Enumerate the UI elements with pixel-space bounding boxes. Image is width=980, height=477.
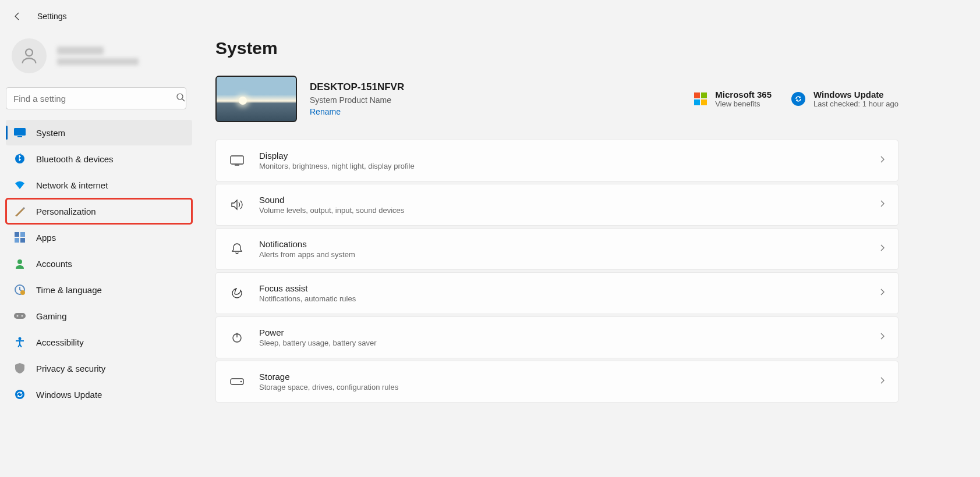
sidebar-item-label: Network & internet bbox=[36, 180, 108, 190]
user-account-block[interactable] bbox=[6, 33, 192, 87]
sidebar-item-personalization[interactable]: Personalization bbox=[6, 198, 192, 224]
ms365-sub: View benefits bbox=[715, 99, 772, 108]
ms365-title: Microsoft 365 bbox=[715, 90, 772, 99]
sidebar-item-accounts[interactable]: Accounts bbox=[6, 251, 192, 276]
personalization-icon bbox=[14, 205, 26, 217]
device-name: DESKTOP-151NFVR bbox=[310, 81, 404, 93]
setting-display[interactable]: Display Monitors, brightness, night ligh… bbox=[215, 140, 898, 181]
sidebar-item-label: Accounts bbox=[36, 259, 72, 269]
search-input[interactable] bbox=[6, 87, 186, 109]
sidebar-item-gaming[interactable]: Gaming bbox=[6, 303, 192, 329]
setting-desc: Sleep, battery usage, battery saver bbox=[259, 339, 879, 347]
winupdate-title: Windows Update bbox=[813, 90, 898, 99]
network-icon bbox=[14, 179, 26, 191]
windows-update-round-icon bbox=[791, 92, 805, 106]
sidebar-item-label: Time & language bbox=[36, 285, 102, 295]
privacy-icon bbox=[14, 362, 26, 374]
sidebar-item-label: Windows Update bbox=[36, 390, 102, 400]
microsoft-365-block[interactable]: Microsoft 365 View benefits bbox=[694, 90, 772, 108]
power-icon bbox=[229, 332, 245, 343]
setting-focus-assist[interactable]: Focus assist Notifications, automatic ru… bbox=[215, 272, 898, 314]
sidebar: System Bluetooth & devices Network & int… bbox=[0, 33, 198, 407]
winupdate-sub: Last checked: 1 hour ago bbox=[813, 99, 898, 108]
apps-icon bbox=[14, 232, 26, 243]
svg-point-15 bbox=[22, 315, 23, 317]
settings-list: Display Monitors, brightness, night ligh… bbox=[215, 140, 898, 403]
device-product-name: System Product Name bbox=[310, 95, 404, 105]
setting-desc: Volume levels, output, input, sound devi… bbox=[259, 206, 879, 215]
chevron-right-icon bbox=[879, 244, 885, 254]
setting-desc: Notifications, automatic rules bbox=[259, 294, 879, 303]
avatar bbox=[12, 38, 47, 73]
sound-icon bbox=[229, 199, 245, 211]
setting-power[interactable]: Power Sleep, battery usage, battery save… bbox=[215, 316, 898, 358]
setting-title: Sound bbox=[259, 195, 879, 205]
app-title: Settings bbox=[37, 12, 67, 21]
sidebar-item-label: Accessibility bbox=[36, 337, 84, 347]
sidebar-item-windows-update[interactable]: Windows Update bbox=[6, 382, 192, 407]
user-email-redacted bbox=[57, 58, 139, 65]
app-header: Settings bbox=[0, 0, 980, 33]
sidebar-item-bluetooth[interactable]: Bluetooth & devices bbox=[6, 146, 192, 172]
svg-rect-9 bbox=[20, 238, 25, 243]
storage-icon bbox=[229, 378, 245, 385]
bluetooth-icon bbox=[14, 153, 26, 165]
svg-rect-6 bbox=[15, 232, 19, 237]
sidebar-item-label: Apps bbox=[36, 233, 56, 243]
setting-title: Display bbox=[259, 151, 879, 161]
setting-storage[interactable]: Storage Storage space, drives, configura… bbox=[215, 361, 898, 403]
svg-point-23 bbox=[240, 381, 242, 382]
sidebar-item-label: Gaming bbox=[36, 311, 67, 321]
sidebar-item-privacy[interactable]: Privacy & security bbox=[6, 355, 192, 381]
svg-point-1 bbox=[177, 94, 183, 99]
setting-title: Power bbox=[259, 328, 879, 337]
accounts-icon bbox=[14, 258, 26, 269]
microsoft-logo-icon bbox=[694, 92, 707, 105]
chevron-right-icon bbox=[879, 288, 885, 298]
accessibility-icon bbox=[14, 336, 26, 348]
back-button[interactable] bbox=[12, 10, 23, 22]
setting-notifications[interactable]: Notifications Alerts from apps and syste… bbox=[215, 228, 898, 270]
user-text bbox=[57, 47, 139, 65]
setting-desc: Alerts from apps and system bbox=[259, 250, 879, 259]
gaming-icon bbox=[14, 310, 26, 322]
chevron-right-icon bbox=[879, 200, 885, 210]
svg-rect-3 bbox=[14, 128, 26, 136]
sidebar-item-label: Personalization bbox=[36, 207, 96, 216]
svg-point-0 bbox=[26, 49, 33, 56]
focus-assist-icon bbox=[229, 287, 245, 299]
notifications-icon bbox=[229, 243, 245, 255]
sidebar-item-network[interactable]: Network & internet bbox=[6, 172, 192, 198]
page-title: System bbox=[215, 38, 898, 58]
desktop-wallpaper-thumbnail[interactable] bbox=[215, 76, 297, 122]
nav: System Bluetooth & devices Network & int… bbox=[6, 120, 192, 407]
arrow-left-icon bbox=[13, 12, 22, 21]
chevron-right-icon bbox=[879, 155, 885, 166]
sidebar-item-label: Bluetooth & devices bbox=[36, 154, 114, 164]
search-container bbox=[6, 87, 192, 109]
setting-title: Storage bbox=[259, 372, 879, 382]
search-icon bbox=[176, 92, 185, 104]
sidebar-item-time-language[interactable]: Time & language bbox=[6, 277, 192, 302]
sidebar-item-label: Privacy & security bbox=[36, 364, 105, 373]
sidebar-item-accessibility[interactable]: Accessibility bbox=[6, 329, 192, 355]
device-info-row: DESKTOP-151NFVR System Product Name Rena… bbox=[215, 76, 898, 122]
display-icon bbox=[229, 155, 245, 166]
chevron-right-icon bbox=[879, 376, 885, 387]
sidebar-item-system[interactable]: System bbox=[6, 120, 192, 145]
user-name-redacted bbox=[57, 47, 104, 55]
svg-point-16 bbox=[19, 337, 22, 340]
setting-sound[interactable]: Sound Volume levels, output, input, soun… bbox=[215, 184, 898, 226]
setting-desc: Storage space, drives, configuration rul… bbox=[259, 383, 879, 391]
sidebar-item-apps[interactable]: Apps bbox=[6, 225, 192, 250]
rename-link[interactable]: Rename bbox=[310, 107, 404, 116]
svg-point-17 bbox=[15, 390, 24, 399]
svg-point-14 bbox=[17, 315, 19, 317]
svg-rect-7 bbox=[20, 232, 25, 237]
windows-update-block[interactable]: Windows Update Last checked: 1 hour ago bbox=[791, 90, 898, 108]
setting-desc: Monitors, brightness, night light, displ… bbox=[259, 162, 879, 170]
main-content: System DESKTOP-151NFVR System Product Na… bbox=[198, 33, 980, 407]
chevron-right-icon bbox=[879, 332, 885, 343]
setting-title: Notifications bbox=[259, 239, 879, 249]
person-icon bbox=[19, 46, 39, 66]
